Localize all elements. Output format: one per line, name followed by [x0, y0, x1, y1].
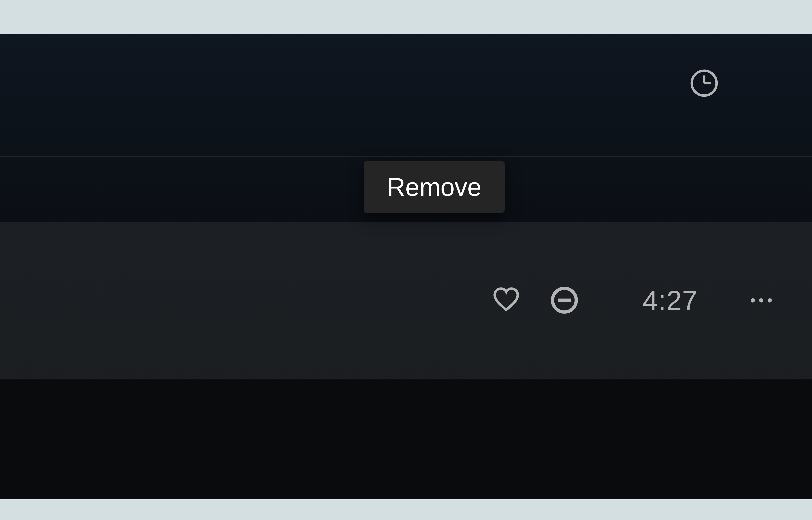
app-window: d	[0, 34, 812, 499]
tooltip-label: Remove	[387, 173, 482, 201]
page-background: d	[0, 0, 812, 520]
bottom-dark-band	[0, 379, 812, 499]
track-duration: 4:27	[643, 285, 698, 316]
more-options-button[interactable]	[751, 298, 772, 303]
remove-circle-icon	[549, 285, 579, 316]
heart-icon	[492, 286, 520, 315]
list-header-row: d	[0, 34, 812, 157]
track-row[interactable]: 4:27	[0, 222, 812, 379]
remove-tooltip: Remove	[364, 161, 505, 213]
duration-column-header-button[interactable]	[689, 69, 719, 98]
more-horizontal-icon	[751, 298, 772, 303]
clock-icon	[689, 68, 719, 99]
header-divider	[0, 156, 812, 157]
remove-button[interactable]	[549, 285, 579, 316]
like-button[interactable]	[492, 286, 520, 315]
row-actions: 4:27	[492, 222, 772, 379]
